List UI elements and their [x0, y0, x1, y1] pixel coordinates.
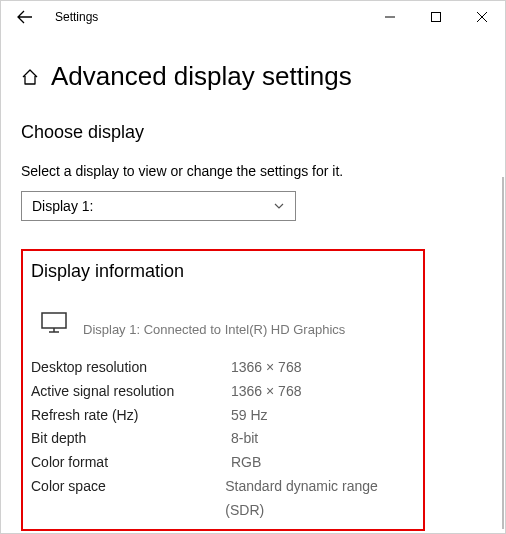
prop-key: Active signal resolution: [31, 380, 231, 404]
title-bar: Settings: [1, 1, 505, 33]
prop-val: RGB: [231, 451, 261, 475]
home-icon-wrap[interactable]: [21, 68, 39, 86]
prop-row: Refresh rate (Hz) 59 Hz: [31, 404, 415, 428]
page-title: Advanced display settings: [51, 61, 352, 92]
close-button[interactable]: [459, 1, 505, 33]
svg-rect-0: [432, 13, 441, 22]
prop-val: 1366 × 768: [231, 356, 301, 380]
arrow-left-icon: [17, 9, 33, 25]
display-dropdown[interactable]: Display 1:: [21, 191, 296, 221]
chevron-down-icon: [273, 200, 285, 212]
prop-key: Color space: [31, 475, 225, 523]
back-button[interactable]: [9, 1, 41, 33]
home-icon: [21, 68, 39, 86]
display-dropdown-value: Display 1:: [32, 198, 273, 214]
choose-display-description: Select a display to view or change the s…: [21, 163, 485, 179]
monitor-icon: [41, 312, 67, 334]
prop-key: Desktop resolution: [31, 356, 231, 380]
prop-key: Bit depth: [31, 427, 231, 451]
prop-val: 59 Hz: [231, 404, 268, 428]
content-area: Advanced display settings Choose display…: [1, 61, 505, 531]
minimize-icon: [385, 12, 395, 22]
prop-key: Refresh rate (Hz): [31, 404, 231, 428]
prop-key: Color format: [31, 451, 231, 475]
choose-display-heading: Choose display: [21, 122, 485, 143]
prop-row: Desktop resolution 1366 × 768: [31, 356, 415, 380]
close-icon: [477, 12, 487, 22]
window-controls: [367, 1, 505, 33]
prop-row: Bit depth 8-bit: [31, 427, 415, 451]
maximize-button[interactable]: [413, 1, 459, 33]
maximize-icon: [431, 12, 441, 22]
display-information-heading: Display information: [31, 261, 415, 282]
prop-row: Color format RGB: [31, 451, 415, 475]
page-header: Advanced display settings: [21, 61, 485, 92]
window-title: Settings: [55, 10, 98, 24]
prop-row: Active signal resolution 1366 × 768: [31, 380, 415, 404]
display-information-box: Display information Display 1: Connected…: [21, 249, 425, 531]
prop-row: Color space Standard dynamic range (SDR): [31, 475, 415, 523]
monitor-icon-wrap: [41, 312, 67, 338]
display-connected-label: Display 1: Connected to Intel(R) HD Grap…: [83, 322, 345, 337]
prop-val: Standard dynamic range (SDR): [225, 475, 415, 523]
minimize-button[interactable]: [367, 1, 413, 33]
prop-val: 8-bit: [231, 427, 258, 451]
prop-val: 1366 × 768: [231, 380, 301, 404]
display-connected-row: Display 1: Connected to Intel(R) HD Grap…: [31, 312, 415, 338]
scrollbar[interactable]: [502, 177, 504, 529]
svg-rect-1: [42, 313, 66, 328]
